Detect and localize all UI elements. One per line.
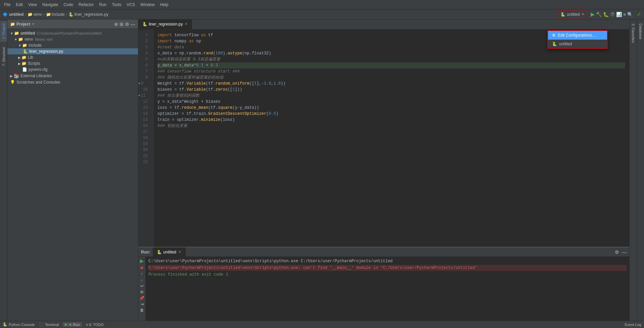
panel-dropdown[interactable]: ▼ (32, 22, 35, 26)
tree-scratch-icon: 💡 (10, 80, 15, 85)
bottom-tab-untitled-label: untitled (163, 250, 176, 254)
breadcrumb-folder-icon: 📁 (28, 12, 33, 17)
profile-button[interactable]: ⏱ (610, 12, 615, 17)
tree-item-liner-regression[interactable]: 🐍 liner_regression.py (7, 48, 138, 54)
tree-item-untitled[interactable]: ▼ 📁 untitled C:\Users\user\PycharmProjec… (7, 30, 138, 36)
tree-label-venv-hint: library root (35, 37, 52, 41)
menu-tools[interactable]: Tools (109, 1, 124, 8)
more-actions-button[interactable]: ≡ (623, 12, 626, 17)
run-wrap-btn[interactable]: ⇥ (140, 302, 144, 307)
run-config-icon: 🐍 (560, 12, 565, 17)
menu-edit[interactable]: Edit (13, 1, 26, 8)
tree-item-lib[interactable]: ▶ 📁 Lib (7, 54, 138, 60)
menu-view[interactable]: View (26, 1, 40, 8)
config-dropdown: ⚙ Edit Configurations... 🐍 untitled (547, 30, 608, 49)
coverage-button[interactable]: 📊 (616, 12, 622, 17)
code-editor: 1 2 3 4 5 6 7 8 ●9 10 ●11 12 13 14 (138, 30, 629, 247)
breadcrumb-sep-2: › (43, 12, 45, 17)
run-play-btn[interactable]: ▶ (140, 258, 144, 264)
tree-cfg-icon: 📄 (22, 67, 27, 72)
debug-button[interactable]: 🐛 (603, 12, 609, 17)
database-tab[interactable]: Database (637, 21, 644, 42)
run-button[interactable]: ▶ (591, 11, 595, 17)
favorites-tab[interactable]: 2: Favorites (630, 21, 637, 45)
file-tree: ▼ 📁 untitled C:\Users\user\PycharmProjec… (7, 29, 138, 321)
tree-label-lib: Lib (28, 55, 33, 60)
panel-layout-icon[interactable]: ⊞ (120, 21, 124, 27)
code-line-11: ### 随机给出权重和偏置量的初始值 (157, 75, 625, 81)
status-run[interactable]: ▶ 4: Run (63, 322, 82, 327)
tree-folder-icon-scripts: 📁 (21, 61, 27, 66)
bottom-settings-icon[interactable]: ⚙ (613, 249, 620, 255)
tree-item-scratches[interactable]: 💡 Scratches and Consoles (7, 79, 138, 85)
status-terminal[interactable]: ⬛ Terminal (39, 322, 59, 327)
search-button[interactable]: 🔍 (627, 12, 633, 17)
run-scroll-up-btn[interactable]: ↑ (141, 272, 143, 276)
menu-code[interactable]: Code (61, 1, 76, 8)
tree-arrow-include: ▼ (18, 44, 21, 47)
run-stop-btn[interactable]: ■ (140, 265, 143, 270)
menu-window[interactable]: Window (138, 1, 157, 8)
breadcrumb-include[interactable]: Include (52, 12, 65, 17)
menu-help[interactable]: Help (157, 1, 171, 8)
menu-navigate[interactable]: Navigate (40, 1, 61, 8)
code-line-5: x_data = np.random.rand(100).astype(np.f… (157, 50, 625, 56)
run-scroll-down-btn[interactable]: ↓ (141, 278, 143, 282)
menu-run[interactable]: Run (96, 1, 109, 8)
project-tab[interactable]: 1: Project (0, 21, 7, 42)
run-left-bar: ▶ ■ ↑ ↓ ↩ ⚙ 📌 ⇥ 🗑 (138, 257, 146, 321)
status-python-console[interactable]: 🐍 Python Console (3, 322, 35, 327)
tree-item-scripts[interactable]: ▶ 📁 Scripts (7, 60, 138, 66)
output-line-2: C:\Users\user\PycharmProjects\untitled\v… (148, 265, 627, 271)
run-config-selector[interactable]: 🐍 untitled ▼ (557, 11, 588, 18)
favorites-bar: 2: Favorites (629, 19, 637, 321)
project-panel: 📁 Project ▼ ⊕ ⊞ ⚙ — ▼ 📁 untitled (7, 19, 138, 321)
breadcrumb-project[interactable]: untitled (9, 12, 24, 17)
tree-item-pyvenv[interactable]: 📄 pyvenv.cfg (7, 66, 138, 73)
bottom-tab-bar: Run: 🐍 untitled ✕ ⚙ — (138, 247, 629, 257)
tree-label-liner: liner_regression.py (29, 49, 63, 54)
tab-close-btn[interactable]: ✕ (185, 22, 188, 26)
edit-config-icon: ⚙ (552, 33, 556, 38)
structure-tab[interactable]: 7: Structure (0, 44, 7, 69)
status-event-log[interactable]: Event Log (625, 323, 641, 327)
menu-file[interactable]: File (1, 1, 13, 8)
event-log-label: Event Log (625, 323, 641, 327)
tree-arrow-venv: ▼ (14, 38, 17, 41)
menu-refactor[interactable]: Refactor (76, 1, 96, 8)
panel-close-icon[interactable]: — (131, 21, 135, 27)
bottom-tab-untitled-close[interactable]: ✕ (178, 250, 181, 254)
status-todo[interactable]: ≡ 6: TODO (86, 323, 104, 327)
tree-path-untitled: C:\Users\user\PycharmProjects\untitled (37, 31, 101, 35)
run-text-output: C:\Users\user\PycharmProjects\untitled\v… (146, 257, 629, 321)
tree-item-external-libs[interactable]: ▶ 📚 External Libraries (7, 73, 138, 79)
tree-arrow-extlibs: ▶ (10, 74, 13, 78)
edit-configurations-item[interactable]: ⚙ Edit Configurations... (548, 31, 607, 40)
python-console-icon: 🐍 (3, 322, 7, 327)
run-settings-btn[interactable]: ⚙ (140, 290, 144, 294)
editor-tab-liner-regression[interactable]: 🐍 liner_regression.py ✕ (138, 19, 192, 30)
todo-label: ≡ 6: TODO (86, 323, 104, 327)
run-rerun-btn[interactable]: ↩ (140, 284, 144, 288)
run-pin-btn[interactable]: 📌 (139, 296, 144, 300)
panel-add-icon[interactable]: ⊕ (114, 21, 118, 27)
breadcrumb-venv[interactable]: venv (33, 12, 42, 17)
tree-label-include: Include (29, 43, 42, 48)
bottom-close-icon[interactable]: — (620, 249, 628, 255)
code-content[interactable]: import tensorflow as tf import numpy as … (153, 30, 629, 247)
bottom-tab-untitled[interactable]: 🐍 untitled ✕ (153, 247, 186, 257)
tree-folder-icon-lib: 📁 (21, 55, 27, 60)
code-line-16: y = x_data*Weight + biases (157, 99, 625, 105)
run-clear-btn[interactable]: 🗑 (140, 308, 144, 313)
panel-settings-icon[interactable]: ⚙ (125, 21, 129, 27)
menu-vcs[interactable]: VCS (124, 1, 138, 8)
untitled-config-item[interactable]: 🐍 untitled (548, 40, 607, 48)
output-line-4: Process finished with exit code 1 (148, 272, 627, 278)
breadcrumb-file[interactable]: liner_regression.py (74, 12, 108, 17)
tree-label-venv: venv (25, 37, 33, 42)
build-button[interactable]: 🔨 (596, 12, 602, 17)
tree-label-extlibs: External Libraries (20, 74, 52, 78)
tree-item-venv[interactable]: ▼ 📁 venv library root (7, 36, 138, 42)
editor-area: 🐍 liner_regression.py ✕ 1 2 3 4 5 6 (138, 19, 629, 247)
tree-item-include[interactable]: ▼ 📁 Include (7, 42, 138, 48)
